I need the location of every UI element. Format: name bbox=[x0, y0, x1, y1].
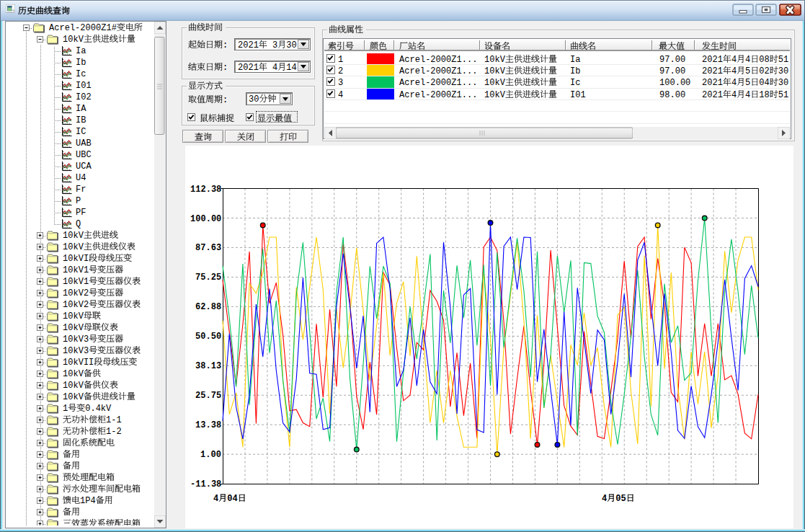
svg-text:1P4: 1P4 bbox=[80, 496, 96, 506]
svg-text:14: 14 bbox=[286, 63, 296, 73]
svg-text:1: 1 bbox=[338, 55, 343, 65]
svg-text:Acrel-2000Z1#: Acrel-2000Z1# bbox=[49, 23, 117, 33]
svg-text:10kV: 10kV bbox=[63, 369, 84, 379]
svg-text::: : bbox=[223, 95, 228, 105]
svg-text:10kV: 10kV bbox=[63, 242, 84, 252]
svg-text:08: 08 bbox=[759, 55, 769, 65]
svg-text:P: P bbox=[76, 196, 81, 206]
svg-text:Ia: Ia bbox=[76, 46, 86, 56]
svg-text:2: 2 bbox=[338, 66, 343, 76]
svg-text:112.38: 112.38 bbox=[190, 185, 221, 195]
svg-text:10kV: 10kV bbox=[63, 392, 84, 402]
svg-text:1: 1 bbox=[63, 404, 68, 414]
svg-text::: : bbox=[223, 40, 228, 50]
svg-text:Acrel-2000Z1...: Acrel-2000Z1... bbox=[399, 55, 477, 65]
svg-text:97.00: 97.00 bbox=[659, 66, 685, 76]
svg-text:18: 18 bbox=[759, 90, 769, 100]
svg-text:2021: 2021 bbox=[238, 40, 259, 50]
svg-text:-11.38: -11.38 bbox=[190, 479, 221, 489]
svg-text:3: 3 bbox=[338, 78, 343, 88]
svg-text:Ib: Ib bbox=[570, 66, 580, 76]
svg-text:97.00: 97.00 bbox=[659, 55, 685, 65]
svg-text:13.38: 13.38 bbox=[195, 420, 221, 430]
svg-text:10kV: 10kV bbox=[63, 381, 84, 391]
svg-text:UAB: UAB bbox=[76, 138, 92, 148]
svg-text:10kV: 10kV bbox=[63, 35, 84, 45]
svg-text:10kV1: 10kV1 bbox=[63, 277, 89, 287]
svg-text:10kV2: 10kV2 bbox=[63, 288, 89, 298]
svg-text:1.00: 1.00 bbox=[200, 450, 221, 460]
svg-text:10kV1: 10kV1 bbox=[63, 265, 89, 275]
svg-text:4: 4 bbox=[602, 494, 607, 504]
svg-text:04: 04 bbox=[759, 78, 769, 88]
svg-text:30: 30 bbox=[778, 78, 788, 88]
svg-text:05: 05 bbox=[615, 494, 626, 504]
svg-text:I02: I02 bbox=[76, 92, 92, 102]
svg-text:2021: 2021 bbox=[702, 90, 723, 100]
svg-text:IA: IA bbox=[76, 104, 86, 114]
svg-text:UCA: UCA bbox=[76, 161, 92, 172]
svg-text:4: 4 bbox=[731, 55, 737, 65]
svg-text:2021: 2021 bbox=[702, 55, 723, 65]
svg-text:30: 30 bbox=[286, 40, 296, 50]
svg-text:2021: 2021 bbox=[702, 66, 723, 76]
svg-text:5: 5 bbox=[745, 78, 750, 88]
svg-text:75.25: 75.25 bbox=[195, 272, 221, 283]
svg-text:Ia: Ia bbox=[570, 55, 580, 65]
svg-text:UBC: UBC bbox=[76, 150, 92, 160]
svg-text:PF: PF bbox=[76, 208, 86, 218]
svg-text:3: 3 bbox=[272, 40, 277, 50]
svg-text:2021: 2021 bbox=[702, 78, 723, 88]
svg-text:10kV: 10kV bbox=[484, 78, 506, 88]
svg-text:04: 04 bbox=[227, 494, 237, 504]
svg-text:1-2: 1-2 bbox=[106, 427, 122, 437]
svg-text:10kVI: 10kVI bbox=[63, 254, 89, 264]
svg-text:Ib: Ib bbox=[76, 58, 86, 68]
svg-text:2021: 2021 bbox=[238, 63, 259, 73]
svg-text:Q: Q bbox=[76, 219, 81, 229]
svg-text:Acrel-2000Z1...: Acrel-2000Z1... bbox=[399, 78, 477, 88]
svg-text:1-1: 1-1 bbox=[106, 415, 122, 425]
svg-text:51: 51 bbox=[778, 90, 788, 100]
svg-text:10kV3: 10kV3 bbox=[63, 334, 89, 345]
svg-text:10kV2: 10kV2 bbox=[63, 300, 89, 310]
svg-text:Ic: Ic bbox=[570, 78, 580, 88]
svg-text:4: 4 bbox=[213, 494, 218, 504]
svg-text:100.00: 100.00 bbox=[190, 214, 221, 224]
svg-text:30: 30 bbox=[249, 94, 259, 105]
svg-text:10kV: 10kV bbox=[63, 323, 84, 333]
svg-text:25.75: 25.75 bbox=[195, 391, 221, 401]
svg-text:98.00: 98.00 bbox=[659, 90, 685, 100]
svg-text:Fr: Fr bbox=[76, 185, 86, 195]
svg-text:5: 5 bbox=[745, 66, 750, 76]
svg-text:30: 30 bbox=[778, 66, 788, 76]
svg-text:51: 51 bbox=[778, 55, 788, 65]
svg-text:IC: IC bbox=[76, 127, 86, 137]
svg-text:4: 4 bbox=[272, 63, 277, 73]
svg-text:I01: I01 bbox=[570, 90, 586, 100]
svg-text:10kV3: 10kV3 bbox=[63, 346, 89, 356]
svg-text:4: 4 bbox=[731, 66, 737, 76]
svg-text:4: 4 bbox=[338, 90, 343, 100]
svg-text:62.88: 62.88 bbox=[195, 302, 221, 312]
svg-text::: : bbox=[223, 63, 228, 73]
svg-text:02: 02 bbox=[759, 66, 769, 76]
svg-text:IB: IB bbox=[76, 115, 86, 125]
svg-text:87.63: 87.63 bbox=[195, 243, 221, 253]
svg-text:4: 4 bbox=[731, 78, 737, 88]
svg-text:10kV: 10kV bbox=[63, 231, 84, 241]
svg-text:10kV: 10kV bbox=[484, 90, 506, 100]
svg-text:10kV: 10kV bbox=[484, 66, 506, 76]
svg-text:Acrel-2000Z1...: Acrel-2000Z1... bbox=[399, 90, 477, 100]
svg-text:4: 4 bbox=[745, 55, 750, 65]
svg-text:50.50: 50.50 bbox=[195, 332, 221, 342]
svg-text:Ic: Ic bbox=[76, 69, 86, 79]
svg-text:0.4kV: 0.4kV bbox=[85, 404, 112, 414]
svg-text:10kV: 10kV bbox=[484, 55, 506, 65]
svg-text:38.13: 38.13 bbox=[195, 361, 221, 371]
svg-text:100.00: 100.00 bbox=[659, 78, 690, 88]
svg-text:U4: U4 bbox=[76, 173, 86, 183]
svg-text:4: 4 bbox=[731, 90, 737, 100]
svg-text:10kV: 10kV bbox=[63, 311, 84, 322]
svg-text:10kVII: 10kVII bbox=[63, 358, 94, 368]
